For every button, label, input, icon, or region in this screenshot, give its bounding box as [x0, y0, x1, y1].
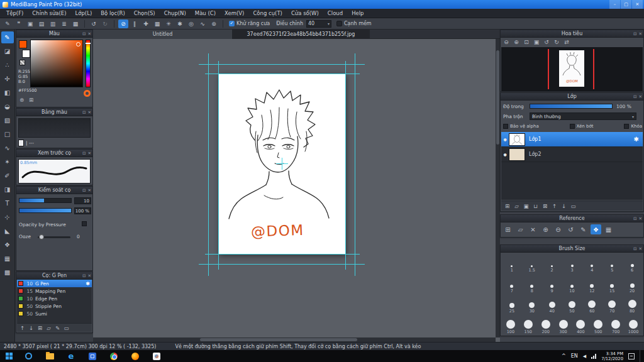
- brush-size-option[interactable]: 3: [562, 253, 582, 273]
- language-indicator[interactable]: EN: [571, 353, 578, 359]
- edge-icon[interactable]: e: [60, 350, 82, 362]
- redo-icon[interactable]: ↻: [100, 19, 110, 28]
- grid-icon[interactable]: ▦: [603, 224, 614, 234]
- minimize-button[interactable]: –: [609, 0, 620, 9]
- background-color-swatch[interactable]: [22, 50, 30, 58]
- snap-circle-icon[interactable]: ◎: [186, 19, 196, 28]
- layer-item[interactable]: ●Lớp2: [501, 147, 643, 162]
- network-icon[interactable]: [591, 354, 596, 359]
- popout-icon[interactable]: ⊡: [633, 246, 636, 251]
- new-folder-icon[interactable]: ▱: [513, 202, 521, 210]
- hue-slider[interactable]: [86, 40, 91, 87]
- menu-item[interactable]: Xem(V): [220, 9, 248, 18]
- flip-view-icon[interactable]: ⇄: [562, 38, 571, 46]
- medibang-icon[interactable]: [146, 350, 167, 362]
- book-icon[interactable]: ▤: [36, 19, 47, 28]
- tray-expand-icon[interactable]: ^: [562, 353, 566, 359]
- brush-item[interactable]: 50Sumi: [17, 310, 92, 317]
- popout-icon[interactable]: ⊡: [633, 31, 636, 36]
- brush-size-option[interactable]: 12: [582, 274, 602, 293]
- brush-size-option[interactable]: 400: [572, 315, 590, 334]
- action-center-icon[interactable]: [628, 353, 635, 359]
- pressure-checkbox[interactable]: [82, 221, 87, 226]
- softedge-checkbox[interactable]: [336, 21, 342, 26]
- brush-size-option[interactable]: 20: [622, 274, 642, 293]
- hand-icon[interactable]: ❖: [591, 224, 601, 234]
- snap-grid-icon[interactable]: ▦: [152, 19, 162, 28]
- layer-opacity-slider[interactable]: [530, 104, 613, 109]
- popout-icon[interactable]: ⊡: [82, 31, 86, 36]
- folder-icon[interactable]: ▱: [515, 224, 526, 234]
- web-color-icon[interactable]: ⊛: [18, 96, 26, 104]
- new-layer-icon[interactable]: ⊞: [503, 202, 511, 210]
- menu-item[interactable]: Help: [347, 9, 368, 18]
- brush-item[interactable]: 15Mapping Pen: [17, 287, 92, 295]
- brush-folder-icon[interactable]: ▱: [45, 324, 53, 332]
- text-tool[interactable]: T: [1, 197, 14, 209]
- eyedropper-tool[interactable]: ◣: [1, 225, 14, 237]
- blend-mode-dropdown[interactable]: Bình thường▾: [530, 112, 636, 120]
- rotate-left-icon[interactable]: ↺: [542, 38, 551, 46]
- popout-icon[interactable]: ⊡: [82, 273, 86, 278]
- snap-off-icon[interactable]: ⊘: [118, 19, 128, 28]
- select-tool[interactable]: □: [1, 128, 14, 140]
- speaker-icon[interactable]: ◀: [583, 354, 586, 359]
- zoom-out-icon[interactable]: ⊖: [553, 224, 564, 234]
- layer-visibility-icon[interactable]: ●: [501, 152, 509, 156]
- clear-layer-icon[interactable]: ⊠: [541, 202, 549, 210]
- move-up-icon[interactable]: ↑: [18, 324, 26, 332]
- layer-visibility-icon[interactable]: ●: [501, 137, 509, 141]
- menu-item[interactable]: Tệp(F): [2, 9, 28, 18]
- undo-icon[interactable]: ↺: [89, 19, 99, 28]
- reset-view-icon[interactable]: ↺: [565, 224, 576, 234]
- fit-window-icon[interactable]: ⊡: [522, 38, 531, 46]
- snap-curve-icon[interactable]: ∿: [197, 19, 208, 28]
- brush-item[interactable]: 50Stipple Pen: [17, 302, 92, 310]
- add-brush-icon[interactable]: ⊞: [36, 324, 44, 332]
- brush-size-option[interactable]: 40: [542, 294, 562, 314]
- close-button[interactable]: ✕: [632, 0, 643, 9]
- navigator-preview[interactable]: @DOM: [501, 47, 643, 91]
- brush-size-option[interactable]: 1000: [625, 315, 642, 334]
- firefox-icon[interactable]: [125, 350, 146, 362]
- popout-icon[interactable]: ⊡: [82, 151, 86, 156]
- antialias-checkbox[interactable]: ✓: [229, 21, 235, 26]
- divide-tool[interactable]: ▦: [1, 253, 14, 265]
- brush-item[interactable]: 10G Pen✱: [17, 280, 92, 287]
- brush-size-option[interactable]: 80: [622, 294, 642, 314]
- cortana-icon[interactable]: [18, 350, 39, 362]
- brush-size-option[interactable]: 5: [602, 253, 622, 273]
- close-panel-icon[interactable]: ✕: [88, 273, 91, 278]
- close-panel-icon[interactable]: ✕: [88, 188, 91, 193]
- zoom-in-icon[interactable]: ⊕: [540, 224, 551, 234]
- brush-size-option[interactable]: 300: [555, 315, 572, 334]
- menu-item[interactable]: Màu (C): [191, 9, 220, 18]
- fill-tool[interactable]: ◧: [1, 87, 14, 99]
- dot-tool[interactable]: ∴: [1, 59, 14, 71]
- brush-size-option[interactable]: 60: [582, 294, 602, 314]
- brush-settings-icon[interactable]: ✱: [86, 281, 90, 287]
- open-image-icon[interactable]: ⊞: [502, 224, 513, 234]
- transparent-color-swatch[interactable]: [19, 60, 25, 65]
- pen-icon[interactable]: ✎: [3, 19, 13, 28]
- close-panel-icon[interactable]: ✕: [639, 94, 642, 99]
- select-eraser-tool[interactable]: ◨: [1, 184, 14, 195]
- layer-option-checkbox[interactable]: Xén bớt: [570, 124, 594, 129]
- brush-size-slider[interactable]: [19, 198, 72, 203]
- show-desktop-button[interactable]: [640, 350, 641, 362]
- brush-size-option[interactable]: 4: [582, 253, 602, 273]
- magic-wand-tool[interactable]: ✶: [1, 156, 14, 168]
- menu-item[interactable]: Công cụ(T): [248, 9, 287, 18]
- delete-layer-icon[interactable]: ▭: [569, 202, 577, 210]
- brush-size-option[interactable]: 2: [542, 253, 562, 273]
- close-panel-icon[interactable]: ✕: [88, 31, 91, 36]
- lasso-tool[interactable]: ∿: [1, 142, 14, 154]
- vertical-scrollbar[interactable]: [496, 39, 500, 337]
- popout-icon[interactable]: ⊡: [82, 110, 86, 115]
- start-button[interactable]: [0, 350, 18, 362]
- menu-item[interactable]: Chỉnh sửa(E): [28, 9, 70, 18]
- ooze-slider[interactable]: [38, 236, 70, 238]
- scrollbar-thumb[interactable]: [200, 338, 357, 341]
- popout-icon[interactable]: ⊡: [633, 94, 636, 99]
- layer-settings-icon[interactable]: ✱: [634, 136, 639, 143]
